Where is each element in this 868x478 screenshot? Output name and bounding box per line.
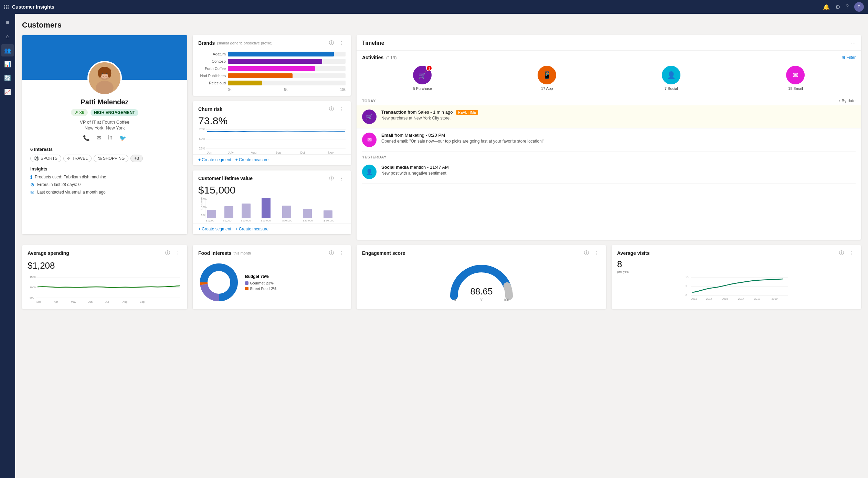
trending-icon: ↗: [74, 110, 78, 115]
food-info-btn[interactable]: ⓘ: [328, 249, 335, 257]
sidebar-item-segments[interactable]: 📊: [1, 58, 14, 70]
svg-rect-31: [242, 204, 251, 218]
insights-label: Insights: [30, 166, 179, 172]
user-avatar[interactable]: P: [854, 2, 864, 12]
churn-info-btn[interactable]: ⓘ: [328, 105, 335, 113]
apps-icon[interactable]: [4, 5, 9, 9]
svg-text:100: 100: [503, 298, 509, 302]
gourmet-label: Gourmet 23%: [245, 281, 276, 285]
avg-spending-title: Average spending: [28, 250, 69, 256]
svg-text:$25,000: $25,000: [303, 219, 313, 222]
svg-text:Jun: Jun: [207, 151, 212, 154]
activity-social[interactable]: 👤 7 Social: [662, 66, 680, 91]
bell-icon[interactable]: 🔔: [823, 4, 830, 10]
brands-more-btn[interactable]: ⋮: [338, 40, 346, 46]
gauge-section: 88.65 0 100 50: [357, 259, 606, 306]
filter-btn[interactable]: ⊞ Filter: [841, 55, 856, 60]
svg-text:10: 10: [686, 276, 689, 279]
email-content: Email from Marketing - 8:20 PM Opened em…: [381, 133, 856, 144]
engagement-card: Engagement score ⓘ ⋮ 88.65 0 100: [357, 245, 606, 309]
activities-count: (119): [386, 55, 396, 60]
svg-text:25%: 25%: [199, 147, 205, 150]
activity-app[interactable]: 📱 17 App: [538, 66, 556, 91]
clv-info-btn[interactable]: ⓘ: [328, 175, 335, 182]
svg-rect-33: [282, 206, 291, 218]
profile-avatar: [87, 61, 122, 95]
page-title: Customers: [22, 21, 861, 30]
avg-spending-info-btn[interactable]: ⓘ: [164, 249, 171, 257]
svg-text:50: 50: [479, 298, 484, 302]
app-label: 17 App: [541, 86, 553, 91]
insight-1: ℹ Products used: Fabrikam dish machine: [30, 174, 179, 180]
help-icon[interactable]: ?: [846, 4, 849, 10]
activity-email[interactable]: ✉ 19 Email: [786, 66, 805, 91]
clv-create-measure[interactable]: + Create measure: [235, 227, 268, 231]
nav-icons: 🔔 ⚙ ? P: [823, 2, 864, 12]
clv-create-segment[interactable]: + Create segment: [198, 227, 231, 231]
tag-more[interactable]: +3: [130, 155, 143, 162]
email-icon[interactable]: ✉: [97, 135, 101, 141]
app-circle: 📱: [538, 66, 556, 84]
svg-text:$ 30,000: $ 30,000: [324, 219, 335, 222]
brands-title: Brands: [198, 40, 215, 46]
sidebar-item-measures[interactable]: 📈: [1, 85, 14, 98]
brands-info-btn[interactable]: ⓘ: [328, 39, 335, 47]
engagement-more-btn[interactable]: ⋮: [593, 250, 601, 257]
bar-forthcoffee: Forth Coffee: [198, 66, 346, 71]
date-sort-btn[interactable]: ↕ By date: [838, 98, 856, 103]
timeline-title: Timeline: [362, 40, 851, 46]
svg-text:Aug: Aug: [123, 300, 127, 303]
profile-badges: ↗ 89 HIGH ENGAGEMENT: [30, 109, 179, 116]
avg-spending-more-btn[interactable]: ⋮: [174, 250, 182, 257]
churn-chart: 75% 50% 25% Jun July Aug Sep: [193, 127, 351, 154]
avg-spending-actions: ⓘ ⋮: [164, 249, 182, 257]
svg-rect-35: [324, 210, 332, 218]
timeline-sort-row: TODAY ↕ By date: [357, 96, 861, 105]
twitter-icon[interactable]: 🐦: [119, 135, 126, 141]
social-circle: 👤: [662, 66, 680, 84]
linkedin-icon[interactable]: in: [108, 135, 112, 141]
svg-rect-32: [262, 198, 271, 218]
churn-more-btn[interactable]: ⋮: [338, 106, 346, 113]
avg-visits-more-btn[interactable]: ⋮: [848, 250, 856, 257]
avg-spending-chart: 1500 1000 500 Mar Apr May Jun Jul Aug Se…: [22, 274, 187, 309]
profile-job-title: VP of IT at Fourth Coffee: [30, 120, 179, 125]
svg-text:1500: 1500: [30, 276, 36, 279]
bar-adatum: Adatum: [198, 52, 346, 56]
phone-icon[interactable]: 📞: [83, 135, 90, 141]
svg-rect-29: [207, 210, 216, 218]
food-more-btn[interactable]: ⋮: [338, 250, 346, 257]
avg-visits-value-section: 8 per year: [612, 259, 861, 273]
sidebar-item-home[interactable]: ⌂: [1, 30, 14, 43]
svg-text:Nov: Nov: [328, 151, 334, 154]
email-circle: ✉: [786, 66, 805, 84]
clv-more-btn[interactable]: ⋮: [338, 175, 346, 182]
sidebar-item-customers[interactable]: 👥: [1, 44, 14, 56]
svg-text:0: 0: [686, 294, 687, 297]
svg-text:Sep: Sep: [140, 300, 145, 303]
interests-label: 6 Interests: [30, 147, 179, 152]
svg-text:Apr: Apr: [54, 300, 58, 303]
churn-create-segment[interactable]: + Create segment: [198, 157, 231, 162]
svg-text:$10,000: $10,000: [241, 219, 251, 222]
profile-location: New York, New York: [30, 125, 179, 131]
svg-text:Sep: Sep: [275, 151, 281, 154]
sidebar-item-menu[interactable]: ≡: [1, 17, 14, 29]
middle-column: Brands (similar generic predictive profi…: [193, 35, 351, 234]
profile-avatar-wrap: [30, 61, 179, 95]
engagement-info-btn[interactable]: ⓘ: [583, 249, 590, 257]
svg-text:500: 500: [30, 296, 34, 299]
purchase-circle: 🛒 1: [413, 66, 432, 84]
timeline-more-btn[interactable]: ⋯: [851, 40, 856, 46]
tag-sports: ⚽SPORTS: [30, 155, 61, 162]
interests-section: 6 Interests ⚽SPORTS ✈TRAVEL 🛍SHOPPING +3: [30, 147, 179, 162]
gear-icon[interactable]: ⚙: [835, 4, 840, 10]
avg-visits-info-btn[interactable]: ⓘ: [838, 249, 845, 257]
profile-score-badge: ↗ 89: [71, 109, 88, 116]
churn-create-measure[interactable]: + Create measure: [235, 157, 268, 162]
svg-text:Aug: Aug: [251, 151, 256, 154]
sidebar-item-activities[interactable]: 🔄: [1, 72, 14, 84]
activity-purchase[interactable]: 🛒 1 5 Purchase: [413, 66, 432, 91]
real-time-badge: REAL TIME: [456, 110, 478, 115]
email-title: Email from Marketing - 8:20 PM: [381, 133, 856, 138]
